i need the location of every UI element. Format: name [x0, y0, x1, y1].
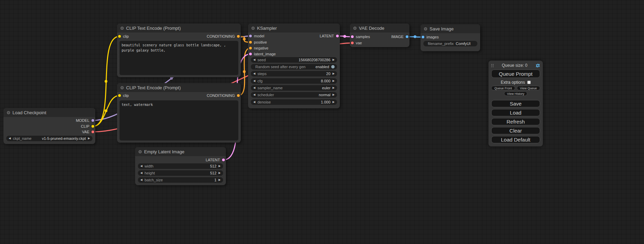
widget-seed[interactable]: ◀ seed 156680208700286 ▶ — [251, 57, 337, 63]
view-history-button[interactable]: View History — [504, 91, 528, 96]
link-midpoint-dot — [105, 109, 107, 112]
collapse-dot-icon[interactable] — [353, 27, 356, 30]
input-slot-model: model LATENT — [248, 33, 340, 39]
queue-prompt-button[interactable]: Queue Prompt — [491, 70, 540, 78]
widget-filename-prefix[interactable]: filename_prefix ComfyUI — [423, 41, 477, 46]
widget-cfg[interactable]: ◀ cfg 8.000 ▶ — [251, 78, 337, 84]
input-dot-images[interactable] — [422, 36, 424, 38]
widget-steps[interactable]: ◀ steps 20 ▶ — [251, 71, 337, 76]
decrement-arrow-icon[interactable]: ◀ — [253, 85, 255, 91]
node-title-bar[interactable]: CLIP Text Encode (Prompt) — [117, 24, 241, 33]
collapse-dot-icon[interactable] — [7, 111, 10, 114]
decrement-arrow-icon[interactable]: ◀ — [140, 163, 142, 169]
output-dot-clip[interactable] — [91, 125, 94, 128]
widget-width[interactable]: ◀ width 512 ▶ — [138, 163, 223, 169]
decrement-arrow-icon[interactable]: ◀ — [253, 99, 255, 105]
output-dot-latent[interactable] — [336, 35, 339, 37]
collapse-dot-icon[interactable] — [121, 27, 124, 30]
node-clip-text-encode-positive[interactable]: CLIP Text Encode (Prompt) clip CONDITION… — [117, 24, 241, 77]
queue-front-button[interactable]: Queue Front — [491, 86, 515, 90]
widget-height[interactable]: ◀ height 512 ▶ — [138, 170, 223, 176]
node-empty-latent-image[interactable]: Empty Latent Image LATENT ◀ width 512 ▶ … — [135, 147, 226, 185]
output-slot-latent: LATENT — [135, 157, 226, 163]
increment-arrow-icon[interactable]: ▶ — [88, 136, 90, 141]
load-button[interactable]: Load — [491, 109, 540, 116]
queue-buttons-row: Queue Front View Queue — [488, 86, 543, 90]
node-ksampler[interactable]: KSampler model LATENT positive negative … — [248, 24, 340, 108]
input-dot-clip[interactable] — [118, 94, 121, 97]
input-dot-samples[interactable] — [351, 35, 354, 38]
drag-handle-icon[interactable] — [491, 63, 494, 67]
load-default-button[interactable]: Load Default — [491, 136, 540, 143]
input-dot-model[interactable] — [249, 35, 252, 37]
decrement-arrow-icon[interactable]: ◀ — [253, 57, 255, 63]
input-dot-clip[interactable] — [118, 35, 121, 38]
output-dot-conditioning[interactable] — [237, 35, 240, 38]
node-clip-text-encode-negative[interactable]: CLIP Text Encode (Prompt) clip CONDITION… — [117, 83, 241, 143]
menu-header: Queue size: 0 — [491, 63, 540, 68]
graph-canvas[interactable]: { "colors": { "MODEL": "#B39DDB", "CLIP"… — [0, 0, 644, 244]
extra-options-row: Extra options — [488, 80, 543, 85]
increment-arrow-icon[interactable]: ▶ — [219, 170, 221, 176]
increment-arrow-icon[interactable]: ▶ — [333, 85, 335, 91]
clear-button[interactable]: Clear — [491, 127, 540, 134]
decrement-arrow-icon[interactable]: ◀ — [9, 136, 11, 141]
node-title: CLIP Text Encode (Prompt) — [126, 26, 181, 31]
increment-arrow-icon[interactable]: ▶ — [219, 163, 221, 169]
widget-sampler-name[interactable]: ◀ sampler_name euler ▶ — [251, 85, 337, 91]
output-dot-model[interactable] — [91, 119, 94, 122]
node-title-bar[interactable]: KSampler — [248, 24, 340, 33]
output-dot-latent[interactable] — [222, 159, 225, 161]
collapse-dot-icon[interactable] — [121, 86, 124, 89]
node-title-bar[interactable]: VAE Decode — [350, 24, 409, 33]
prompt-textarea[interactable]: text, watermark — [120, 100, 238, 141]
input-dot-vae[interactable] — [351, 42, 354, 44]
decrement-arrow-icon[interactable]: ◀ — [140, 177, 142, 183]
input-slot-positive: positive — [248, 39, 340, 45]
node-load-checkpoint[interactable]: Load Checkpoint MODEL CLIP VAE ◀ ckpt_na… — [3, 108, 95, 144]
toggle-on-icon[interactable] — [331, 65, 335, 69]
extra-options-checkbox[interactable] — [527, 81, 531, 84]
decrement-arrow-icon[interactable]: ◀ — [253, 92, 255, 98]
node-title-bar[interactable]: Save Image — [421, 24, 480, 33]
widget-denoise[interactable]: ◀ denoise 1.000 ▶ — [251, 99, 337, 105]
decrement-arrow-icon[interactable]: ◀ — [140, 170, 142, 176]
input-dot-latent-image[interactable] — [249, 53, 252, 55]
input-slot-samples: samples IMAGE — [350, 34, 409, 39]
refresh-button[interactable]: Refresh — [491, 118, 540, 125]
collapse-dot-icon[interactable] — [139, 150, 142, 153]
increment-arrow-icon[interactable]: ▶ — [333, 78, 335, 84]
increment-arrow-icon[interactable]: ▶ — [219, 177, 221, 183]
increment-arrow-icon[interactable]: ▶ — [333, 71, 335, 76]
decrement-arrow-icon[interactable]: ◀ — [253, 71, 255, 76]
view-queue-button[interactable]: View Queue — [517, 86, 540, 90]
output-dot-vae[interactable] — [91, 130, 94, 133]
link-midpoint-dot — [170, 77, 173, 80]
widget-scheduler[interactable]: ◀ scheduler normal ▶ — [251, 92, 337, 98]
widget-ckpt-name[interactable]: ◀ ckpt_name v1-5-pruned-emaonly.ckpt ▶ — [6, 136, 92, 141]
collapse-dot-icon[interactable] — [424, 27, 427, 30]
settings-gear-icon[interactable] — [535, 63, 540, 68]
input-slot-latent-image: latent_image — [248, 51, 340, 57]
save-button[interactable]: Save — [491, 100, 540, 107]
link-midpoint-dot — [105, 80, 107, 83]
decrement-arrow-icon[interactable]: ◀ — [253, 78, 255, 84]
node-title: VAE Decode — [359, 26, 384, 31]
node-title-bar[interactable]: CLIP Text Encode (Prompt) — [117, 83, 241, 92]
output-dot-image[interactable] — [406, 35, 408, 38]
input-dot-positive[interactable] — [249, 41, 252, 44]
collapse-dot-icon[interactable] — [252, 27, 255, 30]
prompt-textarea[interactable]: beautiful scenery nature glass bottle la… — [120, 41, 238, 75]
node-title-bar[interactable]: Load Checkpoint — [3, 108, 95, 117]
node-save-image[interactable]: Save Image images filename_prefix ComfyU… — [421, 24, 480, 51]
increment-arrow-icon[interactable]: ▶ — [333, 92, 335, 98]
input-dot-negative[interactable] — [249, 47, 252, 49]
output-dot-conditioning[interactable] — [237, 94, 240, 97]
node-vae-decode[interactable]: VAE Decode samples IMAGE vae — [350, 24, 409, 47]
widget-batch-size[interactable]: ◀ batch_size 1 ▶ — [138, 177, 223, 183]
increment-arrow-icon[interactable]: ▶ — [333, 57, 335, 63]
widget-random-seed-toggle[interactable]: Random seed after every gen enabled — [251, 64, 337, 70]
increment-arrow-icon[interactable]: ▶ — [333, 99, 335, 105]
main-menu-panel: Queue size: 0 Queue Prompt Extra options… — [488, 61, 543, 146]
node-title-bar[interactable]: Empty Latent Image — [135, 147, 226, 156]
